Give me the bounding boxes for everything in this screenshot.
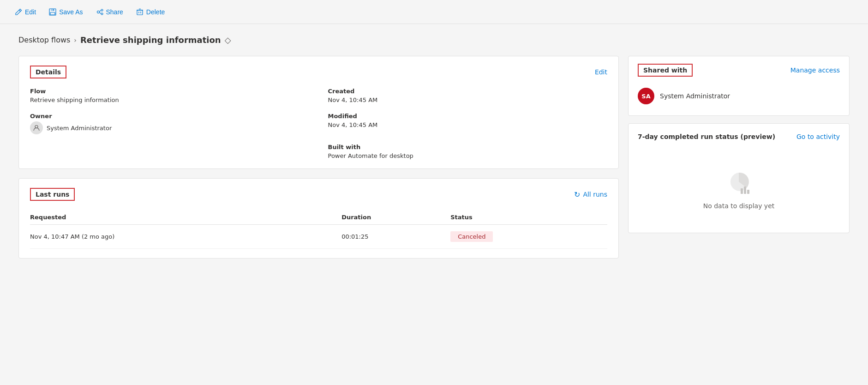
- cell-duration: 00:01:25: [341, 225, 450, 249]
- owner-detail: Owner System Administrator: [30, 113, 310, 134]
- col-duration: Duration: [341, 210, 450, 225]
- activity-title: 7-day completed run status (preview): [638, 133, 775, 140]
- refresh-icon: ↻: [574, 190, 580, 199]
- runs-table: Requested Duration Status Nov 4, 10:47 A…: [30, 210, 607, 249]
- built-with-label: Built with: [328, 144, 608, 150]
- details-card: Details Edit Flow Retrieve shipping info…: [18, 56, 619, 169]
- breadcrumb-parent-link[interactable]: Desktop flows: [18, 36, 70, 44]
- no-data-area: No data to display yet: [638, 159, 840, 223]
- built-with-value: Power Automate for desktop: [328, 152, 608, 159]
- cell-requested: Nov 4, 10:47 AM (2 mo ago): [30, 225, 341, 249]
- owner-label: Owner: [30, 113, 310, 120]
- shared-with-header: Shared with Manage access: [638, 64, 840, 77]
- svg-rect-10: [137, 10, 143, 15]
- owner-row: System Administrator: [30, 121, 310, 134]
- manage-access-link[interactable]: Manage access: [790, 66, 840, 74]
- svg-rect-3: [50, 12, 55, 15]
- no-data-chart-icon: [725, 168, 753, 196]
- modified-detail: Modified Nov 4, 10:45 AM: [328, 113, 608, 134]
- shared-user-name: System Administrator: [660, 92, 730, 100]
- svg-line-0: [19, 10, 21, 12]
- col-status: Status: [450, 210, 607, 225]
- shared-with-card: Shared with Manage access SA System Admi…: [628, 56, 850, 116]
- last-runs-header: Last runs ↻ All runs: [30, 188, 607, 201]
- owner-avatar: [30, 121, 43, 134]
- shared-with-title: Shared with: [638, 64, 693, 77]
- toolbar: Edit Save As Share: [0, 0, 868, 24]
- save-as-button[interactable]: Save As: [43, 6, 88, 18]
- left-column: Details Edit Flow Retrieve shipping info…: [18, 56, 619, 259]
- breadcrumb-current: Retrieve shipping information: [80, 35, 221, 45]
- activity-header: 7-day completed run status (preview) Go …: [638, 133, 840, 140]
- owner-value: System Administrator: [47, 125, 112, 132]
- details-card-header: Details Edit: [30, 66, 607, 78]
- flow-label: Flow: [30, 88, 310, 95]
- cell-status: Canceled: [450, 225, 607, 249]
- built-with-detail: Built with Power Automate for desktop: [328, 144, 608, 159]
- status-badge: Canceled: [450, 231, 493, 242]
- col-requested: Requested: [30, 210, 341, 225]
- activity-card: 7-day completed run status (preview) Go …: [628, 123, 850, 233]
- no-data-label: No data to display yet: [703, 202, 775, 210]
- svg-rect-2: [51, 9, 54, 11]
- svg-point-6: [101, 9, 103, 11]
- svg-point-7: [101, 13, 103, 15]
- svg-line-9: [99, 12, 101, 13]
- save-as-icon: [49, 8, 56, 16]
- last-runs-title: Last runs: [30, 188, 75, 201]
- runs-header-row: Requested Duration Status: [30, 210, 607, 225]
- created-value: Nov 4, 10:45 AM: [328, 96, 608, 103]
- delete-button[interactable]: Delete: [131, 6, 170, 18]
- svg-rect-17: [744, 186, 746, 194]
- created-label: Created: [328, 88, 608, 95]
- content-layout: Details Edit Flow Retrieve shipping info…: [18, 56, 850, 259]
- shared-user-row: SA System Administrator: [638, 84, 840, 108]
- breadcrumb-separator: ›: [74, 36, 77, 44]
- svg-point-5: [97, 11, 99, 13]
- share-button[interactable]: Share: [90, 6, 129, 18]
- flow-detail: Flow Retrieve shipping information: [30, 88, 310, 103]
- created-detail: Created Nov 4, 10:45 AM: [328, 88, 608, 103]
- modified-label: Modified: [328, 113, 608, 120]
- breadcrumb: Desktop flows › Retrieve shipping inform…: [18, 35, 850, 45]
- svg-rect-16: [741, 188, 743, 194]
- modified-value: Nov 4, 10:45 AM: [328, 121, 608, 128]
- table-row: Nov 4, 10:47 AM (2 mo ago) 00:01:25 Canc…: [30, 225, 607, 249]
- main-content: Desktop flows › Retrieve shipping inform…: [0, 24, 868, 270]
- share-icon: [96, 8, 103, 16]
- edit-icon: [15, 8, 22, 16]
- details-edit-link[interactable]: Edit: [595, 68, 607, 76]
- edit-button[interactable]: Edit: [9, 6, 42, 18]
- avatar: SA: [638, 88, 654, 104]
- go-to-activity-link[interactable]: Go to activity: [796, 133, 840, 140]
- runs-table-header: Requested Duration Status: [30, 210, 607, 225]
- svg-line-8: [99, 10, 101, 11]
- all-runs-link[interactable]: ↻ All runs: [574, 190, 607, 199]
- svg-rect-18: [747, 190, 749, 194]
- details-title: Details: [30, 66, 66, 78]
- runs-table-body: Nov 4, 10:47 AM (2 mo ago) 00:01:25 Canc…: [30, 225, 607, 249]
- details-grid: Flow Retrieve shipping information Creat…: [30, 88, 607, 159]
- delete-icon: [136, 8, 144, 16]
- diamond-icon: ◇: [225, 35, 231, 45]
- right-column: Shared with Manage access SA System Admi…: [628, 56, 850, 233]
- last-runs-card: Last runs ↻ All runs Requested Duration …: [18, 178, 619, 259]
- flow-value: Retrieve shipping information: [30, 96, 310, 103]
